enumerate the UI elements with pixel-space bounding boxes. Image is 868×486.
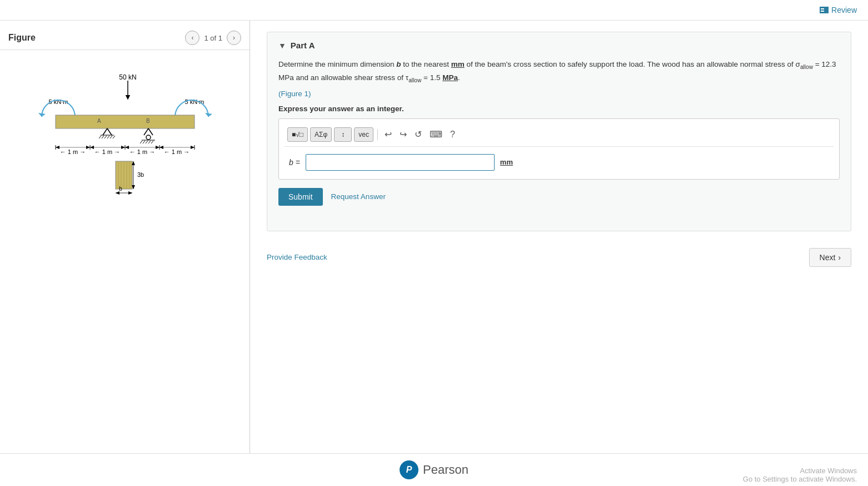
answer-input[interactable] bbox=[306, 154, 495, 171]
toolbar-redo-btn[interactable]: ↪ bbox=[397, 128, 410, 141]
review-link[interactable]: Review bbox=[820, 6, 857, 14]
svg-marker-39 bbox=[159, 146, 163, 149]
svg-line-26 bbox=[151, 141, 153, 143]
svg-line-15 bbox=[110, 136, 112, 138]
request-answer-link[interactable]: Request Answer bbox=[331, 192, 386, 201]
main-layout: Figure ‹ 1 of 1 › 50 kN 5 kN·m 5 kN·m bbox=[0, 21, 868, 453]
svg-line-12 bbox=[102, 136, 104, 138]
activate-windows-line2: Go to Settings to activate Windows. bbox=[743, 475, 857, 483]
svg-text:5 kN·m: 5 kN·m bbox=[184, 98, 204, 105]
toolbar-help-btn[interactable]: ? bbox=[447, 128, 458, 141]
figure-link[interactable]: (Figure 1) bbox=[278, 90, 840, 98]
figure-prev-btn[interactable]: ‹ bbox=[185, 31, 199, 45]
svg-line-23 bbox=[143, 141, 145, 143]
pearson-logo: P Pearson bbox=[400, 460, 468, 479]
unit-label: mm bbox=[500, 158, 513, 166]
toolbar-undo-btn[interactable]: ↩ bbox=[382, 128, 395, 141]
svg-rect-6 bbox=[56, 115, 194, 128]
review-label: Review bbox=[831, 6, 857, 14]
express-label: Express your answer as an integer. bbox=[278, 105, 840, 113]
sqrt-icon: ■√□ bbox=[292, 131, 303, 138]
arrows-icon: ↕ bbox=[341, 131, 345, 138]
bottom-actions: Provide Feedback Next › bbox=[267, 242, 851, 272]
footer: P Pearson Activate Windows Go to Setting… bbox=[0, 453, 868, 486]
diagram-area: 50 kN 5 kN·m 5 kN·m A bbox=[6, 56, 244, 211]
svg-text:A: A bbox=[97, 118, 101, 124]
figure-nav: ‹ 1 of 1 › bbox=[185, 31, 241, 45]
action-row: Submit Request Answer bbox=[278, 188, 840, 206]
next-label: Next bbox=[820, 253, 836, 262]
pearson-icon: P bbox=[400, 460, 418, 479]
math-input-container: ■√□ ΑΣφ ↕ vec ↩ ↪ ↺ ⌨ ? bbox=[278, 118, 840, 180]
collapse-arrow-icon[interactable]: ▼ bbox=[278, 41, 286, 50]
next-button[interactable]: Next › bbox=[809, 248, 851, 267]
svg-marker-37 bbox=[125, 146, 129, 149]
figure-content[interactable]: 50 kN 5 kN·m 5 kN·m A bbox=[0, 50, 250, 448]
right-panel: ▼ Part A Determine the minimum dimension… bbox=[250, 21, 868, 453]
svg-marker-33 bbox=[56, 146, 59, 149]
toolbar-refresh-btn[interactable]: ↺ bbox=[412, 128, 425, 141]
review-icon bbox=[820, 7, 829, 13]
submit-button[interactable]: Submit bbox=[278, 188, 323, 206]
svg-line-25 bbox=[148, 141, 151, 143]
part-a-header: ▼ Part A bbox=[278, 41, 840, 50]
math-answer-row: b = mm bbox=[285, 151, 834, 173]
math-toolbar: ■√□ ΑΣφ ↕ vec ↩ ↪ ↺ ⌨ ? bbox=[285, 125, 834, 147]
provide-feedback-link[interactable]: Provide Feedback bbox=[267, 253, 327, 261]
toolbar-btn-sqrt[interactable]: ■√□ bbox=[287, 127, 308, 142]
svg-text:← 1 m →: ← 1 m → bbox=[59, 148, 85, 155]
activate-windows-line1: Activate Windows bbox=[743, 467, 857, 475]
svg-marker-34 bbox=[86, 146, 90, 149]
toolbar-btn-sigma[interactable]: ΑΣφ bbox=[310, 127, 332, 142]
svg-marker-40 bbox=[191, 146, 194, 149]
mm-unit: mm bbox=[451, 60, 465, 68]
svg-marker-57 bbox=[128, 191, 132, 195]
toolbar-btn-arrows[interactable]: ↕ bbox=[334, 127, 352, 142]
svg-marker-4 bbox=[38, 113, 46, 117]
svg-text:← 1 m →: ← 1 m → bbox=[163, 148, 189, 155]
svg-marker-35 bbox=[90, 146, 94, 149]
toolbar-btn-vec[interactable]: vec bbox=[354, 127, 373, 142]
svg-text:3b: 3b bbox=[137, 171, 144, 178]
svg-text:50 kN: 50 kN bbox=[119, 73, 136, 81]
svg-marker-38 bbox=[156, 146, 159, 149]
svg-line-22 bbox=[140, 141, 142, 143]
figure-next-btn[interactable]: › bbox=[227, 31, 241, 45]
b-equals-label: b = bbox=[289, 158, 300, 167]
b-variable: b bbox=[396, 60, 401, 68]
activate-windows-notice: Activate Windows Go to Settings to activ… bbox=[743, 467, 857, 483]
svg-line-11 bbox=[99, 136, 101, 138]
svg-line-9 bbox=[107, 128, 112, 135]
part-a-title: Part A bbox=[291, 41, 315, 50]
svg-line-8 bbox=[103, 128, 107, 135]
svg-text:b: b bbox=[119, 186, 122, 192]
part-a-section: ▼ Part A Determine the minimum dimension… bbox=[267, 32, 851, 231]
toolbar-keyboard-btn[interactable]: ⌨ bbox=[427, 128, 445, 141]
toolbar-sep-1 bbox=[377, 129, 378, 140]
left-panel: Figure ‹ 1 of 1 › 50 kN 5 kN·m 5 kN·m bbox=[0, 21, 250, 453]
pearson-text: Pearson bbox=[423, 463, 468, 477]
figure-page-indicator: 1 of 1 bbox=[204, 34, 222, 42]
svg-line-16 bbox=[113, 136, 115, 138]
svg-text:← 1 m →: ← 1 m → bbox=[94, 148, 119, 155]
beam-diagram-svg: 50 kN 5 kN·m 5 kN·m A bbox=[25, 67, 225, 200]
figure-title: Figure bbox=[8, 33, 36, 43]
svg-line-18 bbox=[144, 128, 148, 135]
svg-line-19 bbox=[148, 128, 153, 135]
top-bar: Review bbox=[0, 0, 868, 21]
next-arrow-icon: › bbox=[838, 253, 841, 262]
svg-line-13 bbox=[104, 136, 107, 138]
svg-point-20 bbox=[146, 135, 151, 140]
figure-header: Figure ‹ 1 of 1 › bbox=[0, 26, 250, 50]
svg-line-24 bbox=[146, 141, 148, 143]
svg-line-14 bbox=[107, 136, 109, 138]
vec-icon: vec bbox=[358, 131, 369, 138]
svg-text:← 1 m →: ← 1 m → bbox=[129, 148, 154, 155]
problem-description: Determine the minimum dimension b to the… bbox=[278, 58, 840, 85]
svg-marker-5 bbox=[205, 113, 212, 117]
svg-marker-36 bbox=[121, 146, 125, 149]
sigma-icon: ΑΣφ bbox=[315, 131, 327, 138]
svg-text:B: B bbox=[146, 118, 150, 124]
